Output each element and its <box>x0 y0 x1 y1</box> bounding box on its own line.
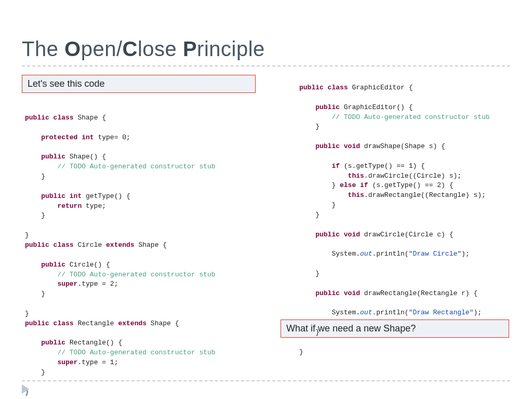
code-block-left: public class Shape { protected int type=… <box>25 113 216 397</box>
title-bold-o: O <box>64 37 81 60</box>
slide-title: The Open/Close Principle <box>22 0 510 61</box>
next-slide-icon[interactable] <box>22 384 29 394</box>
title-bold-p: P <box>183 37 197 60</box>
code-block-right: public class GraphicEditor { public Grap… <box>299 83 490 357</box>
slide: The Open/Close Principle Let's see this … <box>0 0 532 399</box>
title-part: rinciple <box>197 37 265 60</box>
title-bold-c: C <box>123 37 138 60</box>
title-part: lose <box>138 37 183 60</box>
divider-top <box>22 65 510 66</box>
title-part: pen/ <box>81 37 123 60</box>
title-part: The <box>22 37 64 60</box>
callout-top: Let's see this code <box>22 75 256 93</box>
